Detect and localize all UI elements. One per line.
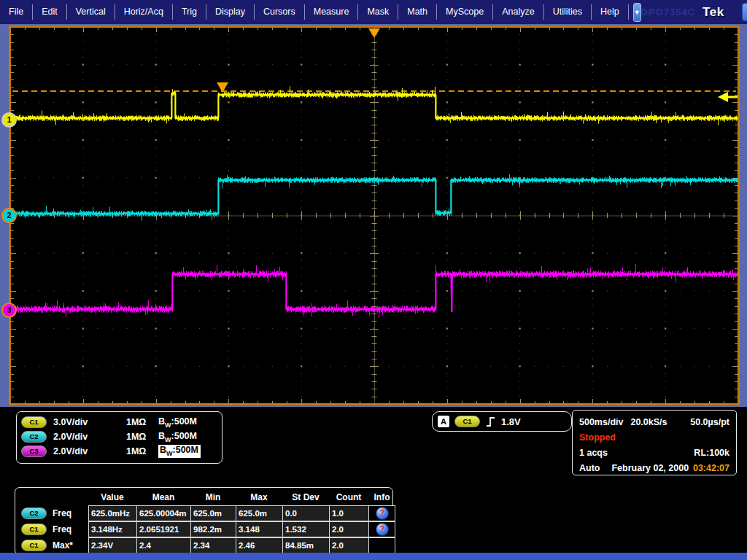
header-mean: Mean xyxy=(136,490,190,505)
header-value: Value xyxy=(88,490,136,505)
tek-logo: Tek xyxy=(703,5,724,20)
meas2-info-icon[interactable]: ? xyxy=(376,523,389,536)
horizontal-readout-box: 500ms/div 20.0kS/s 50.0µs/pt Stopped 1 a… xyxy=(572,410,737,475)
menu-measure[interactable]: Measure xyxy=(305,4,359,20)
measurement-row-1: C2 Freq 625.0mHz 625.00004m 625.0m 625.0… xyxy=(15,505,392,521)
channel2-scale: 2.0V/div xyxy=(53,432,126,442)
trigger-level: 1.8V xyxy=(501,416,521,427)
measurement-row-2: C1 Freq 3.148Hz 2.0651921 982.2m 3.148 1… xyxy=(15,521,392,537)
measurement-header-row: Value Mean Min Max St Dev Count Info xyxy=(15,490,392,505)
meas3-stdev: 84.85m xyxy=(282,537,330,553)
channel1-bandwidth: BW:500M xyxy=(158,416,222,429)
chevron-down-icon: ▼ xyxy=(634,9,640,16)
channel3-badge[interactable]: C3 xyxy=(21,446,47,457)
header-info: Info xyxy=(368,490,395,505)
menu-bar: File Edit Vertical Horiz/Acq Trig Displa… xyxy=(0,0,747,24)
channel3-scale: 2.0V/div xyxy=(53,446,126,456)
menu-cursors[interactable]: Cursors xyxy=(255,4,305,20)
channel2-badge[interactable]: C2 xyxy=(21,431,47,443)
meas3-min: 2.34 xyxy=(190,537,236,553)
channel3-bandwidth-highlighted[interactable]: BW:500M xyxy=(158,445,201,458)
oscilloscope-screen: File Edit Vertical Horiz/Acq Trig Displa… xyxy=(0,0,747,560)
channel2-position-handle[interactable]: 2 xyxy=(1,208,17,223)
meas3-value: 2.34V xyxy=(88,537,137,553)
channel3-readout[interactable]: C3 2.0V/div 1MΩ BW:500M xyxy=(17,444,222,459)
meas3-channel-badge[interactable]: C1 xyxy=(21,540,47,551)
trigger-a-label: A xyxy=(438,416,449,427)
meas2-stdev: 1.532 xyxy=(282,521,330,537)
sample-rate: 20.0kS/s xyxy=(630,417,667,427)
model-label: DPO7354C xyxy=(641,7,695,18)
meas3-info-empty xyxy=(368,537,395,553)
meas2-name: Freq xyxy=(53,524,71,534)
menu-edit[interactable]: Edit xyxy=(33,4,67,20)
channel2-impedance: 1MΩ xyxy=(126,432,158,442)
meas3-name: Max* xyxy=(53,540,73,551)
meas3-mean: 2.4 xyxy=(136,537,191,553)
header-count: Count xyxy=(329,490,368,505)
meas1-count: 1.0 xyxy=(329,505,369,521)
meas3-count: 2.0 xyxy=(329,537,369,553)
acquisition-count: 1 acqs xyxy=(579,448,608,458)
menu-mask[interactable]: Mask xyxy=(358,4,398,20)
channel3-position-handle[interactable]: 3 xyxy=(1,303,17,318)
menu-horiz-acq[interactable]: Horiz/Acq xyxy=(115,4,173,20)
menu-vertical[interactable]: Vertical xyxy=(67,4,115,20)
trigger-readout-box[interactable]: A C1 1.8V xyxy=(432,411,572,432)
menu-utilities[interactable]: Utilities xyxy=(544,4,592,20)
acquisition-status: Stopped xyxy=(579,432,616,443)
time-label: 03:42:07 xyxy=(693,463,729,473)
measurement-table-box: Value Mean Min Max St Dev Count Info C2 … xyxy=(15,487,393,555)
menu-help[interactable]: Help xyxy=(592,4,629,20)
meas2-min: 982.2m xyxy=(190,521,236,537)
channel3-impedance: 1MΩ xyxy=(126,446,158,456)
menu-display[interactable]: Display xyxy=(206,4,255,20)
meas2-value: 3.148Hz xyxy=(88,521,137,537)
horizontal-scale: 500ms/div xyxy=(579,417,623,427)
channel1-position-handle[interactable]: 1 xyxy=(1,112,17,128)
meas2-max: 3.148 xyxy=(236,521,283,537)
minimize-button[interactable] xyxy=(742,3,747,21)
channel1-scale: 3.0V/div xyxy=(53,417,126,427)
meas1-mean: 625.00004m xyxy=(136,505,191,521)
bottom-strip xyxy=(0,553,747,560)
meas3-max: 2.46 xyxy=(236,537,283,553)
meas2-channel-badge[interactable]: C1 xyxy=(21,524,47,535)
rising-edge-icon xyxy=(485,416,496,428)
menu-myscope[interactable]: MyScope xyxy=(437,4,493,20)
meas1-stdev: 0.0 xyxy=(282,505,330,521)
measurement-row-3: C1 Max* 2.34V 2.4 2.34 2.46 84.85m 2.0 xyxy=(15,537,392,553)
meas1-name: Freq xyxy=(53,508,71,518)
meas1-channel-badge[interactable]: C2 xyxy=(21,508,47,519)
header-max: Max xyxy=(236,490,282,505)
trigger-source-badge: C1 xyxy=(454,416,480,427)
menu-dropdown-button[interactable]: ▼ xyxy=(633,3,641,22)
menu-trig[interactable]: Trig xyxy=(173,4,206,20)
channel1-impedance: 1MΩ xyxy=(126,417,158,427)
graticule-canvas[interactable] xyxy=(9,26,740,405)
meas1-info-icon[interactable]: ? xyxy=(376,507,389,520)
channel2-bandwidth: BW:500M xyxy=(158,431,222,443)
meas1-min: 625.0m xyxy=(190,505,236,521)
header-min: Min xyxy=(190,490,236,505)
trigger-mode: Auto xyxy=(579,463,600,473)
channel2-readout[interactable]: C2 2.0V/div 1MΩ BW:500M xyxy=(17,429,222,444)
menu-math[interactable]: Math xyxy=(398,4,437,20)
waveform-display-area: 1 2 3 xyxy=(0,24,747,407)
meas2-count: 2.0 xyxy=(329,521,369,537)
channel1-badge[interactable]: C1 xyxy=(21,416,47,428)
meas2-mean: 2.0651921 xyxy=(136,521,191,537)
menu-analyze[interactable]: Analyze xyxy=(493,4,543,20)
date-label: February 02, 2000 xyxy=(611,463,689,473)
channel-readouts-box: C1 3.0V/div 1MΩ BW:500M C2 2.0V/div 1MΩ … xyxy=(16,411,222,464)
header-stdev: St Dev xyxy=(282,490,329,505)
meas1-value: 625.0mHz xyxy=(88,505,137,521)
menu-file[interactable]: File xyxy=(0,4,33,20)
meas1-max: 625.0m xyxy=(236,505,283,521)
titlebar-right: DPO7354C Tek X xyxy=(641,3,747,21)
record-length: RL:100k xyxy=(694,448,729,458)
channel1-readout[interactable]: C1 3.0V/div 1MΩ BW:500M xyxy=(17,415,222,429)
resolution: 50.0µs/pt xyxy=(690,417,729,427)
